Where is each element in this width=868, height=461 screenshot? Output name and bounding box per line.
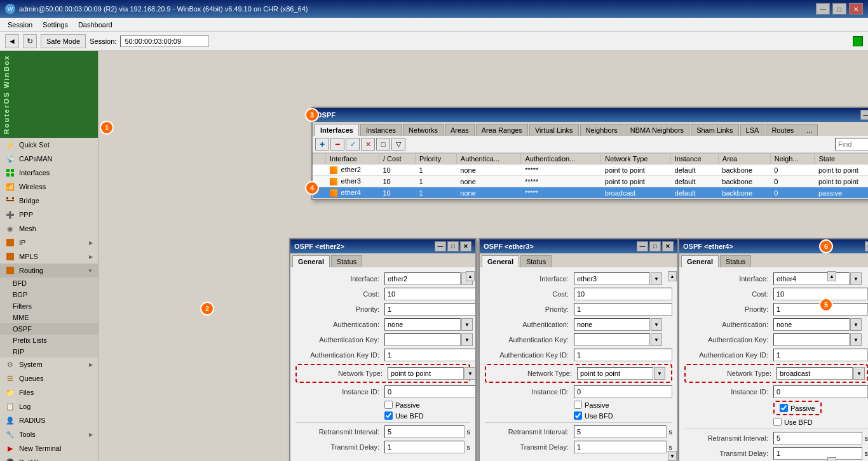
safe-mode-button[interactable]: Safe Mode	[41, 34, 86, 48]
ether4-scroll-up[interactable]: ▲	[827, 271, 836, 281]
ether4-authkey-input[interactable]	[773, 333, 850, 346]
ether2-transmit-input[interactable]	[384, 441, 465, 453]
tab-areas[interactable]: Areas	[445, 124, 475, 136]
sidebar-item-mpls[interactable]: MPLS ▶	[0, 250, 98, 264]
ether4-usebfd-checkbox[interactable]	[773, 418, 782, 426]
ether2-nettype-input[interactable]	[388, 367, 464, 380]
col-network-type[interactable]: Network Type	[601, 154, 671, 164]
ether2-usebfd-checkbox[interactable]	[384, 411, 393, 420]
back-button[interactable]: ◄	[5, 34, 19, 48]
ether4-tab-status[interactable]: Status	[720, 255, 751, 267]
table-row[interactable]: ether3 10 1 none ***** point to point de…	[313, 176, 869, 187]
tab-neighbors[interactable]: Neighbors	[580, 124, 623, 136]
ether2-minimize-btn[interactable]: —	[435, 241, 446, 251]
sidebar-item-quick-set[interactable]: ⚡ Quick Set	[0, 138, 98, 152]
tab-networks[interactable]: Networks	[403, 124, 444, 136]
sidebar-item-capsman[interactable]: 📡 CAPsMAN	[0, 152, 98, 166]
col-auth-key[interactable]: Authentication...	[521, 154, 601, 164]
check-button[interactable]: ✓	[346, 138, 360, 150]
ether3-instanceid-input[interactable]	[574, 385, 672, 398]
ether4-interface-input[interactable]	[773, 272, 850, 285]
ether2-interface-input[interactable]	[384, 272, 461, 285]
ether3-authkey-input[interactable]	[574, 333, 650, 346]
tab-more[interactable]: ...	[801, 124, 818, 136]
ether4-instanceid-input[interactable]	[773, 385, 868, 398]
col-cost[interactable]: / Cost	[379, 154, 415, 164]
sidebar-item-dot1x[interactable]: ⚫ Dot1X	[0, 455, 98, 461]
sidebar-item-radius[interactable]: 👤 RADIUS	[0, 413, 98, 427]
ether3-interface-input[interactable]	[574, 272, 650, 285]
sidebar-item-system[interactable]: ⚙ System ▶	[0, 357, 98, 371]
ether3-nettype-dropdown[interactable]: ▼	[654, 367, 665, 380]
ether3-priority-input[interactable]	[574, 303, 672, 316]
ether2-retransmit-input[interactable]	[384, 425, 465, 438]
ether4-auth-dropdown[interactable]: ▼	[850, 318, 862, 331]
ether2-auth-input[interactable]	[384, 318, 461, 331]
col-area[interactable]: Area	[718, 154, 770, 164]
col-neighbors[interactable]: Neigh...	[770, 154, 815, 164]
sidebar-item-rip[interactable]: RIP	[0, 346, 98, 357]
ether4-passive-checkbox[interactable]	[780, 404, 788, 412]
tab-area-ranges[interactable]: Area Ranges	[476, 124, 528, 136]
sidebar-item-ip[interactable]: IP ▶	[0, 236, 98, 250]
ether4-scroll-down[interactable]: ▼	[827, 457, 836, 461]
ether4-interface-dropdown[interactable]: ▼	[850, 272, 862, 285]
table-row[interactable]: ether2 10 1 none ***** point to point de…	[313, 164, 869, 176]
tab-routes[interactable]: Routes	[766, 124, 799, 136]
tab-virtual-links[interactable]: Virtual Links	[529, 124, 579, 136]
ether3-auth-dropdown[interactable]: ▼	[651, 318, 662, 331]
col-state[interactable]: State	[815, 154, 868, 164]
maximize-button[interactable]: □	[832, 3, 846, 15]
remove-button[interactable]: −	[330, 138, 344, 150]
ether4-authkey-dropdown[interactable]: ▼	[850, 333, 862, 346]
sidebar-item-mesh[interactable]: ◉ Mesh	[0, 222, 98, 236]
ether3-nettype-input[interactable]	[577, 367, 653, 380]
ether3-authkeyid-input[interactable]	[574, 349, 672, 361]
menu-settings[interactable]: Settings	[37, 20, 73, 30]
sidebar-item-queues[interactable]: ☰ Queues	[0, 371, 98, 385]
refresh-button[interactable]: ↻	[23, 34, 37, 48]
sidebar-item-files[interactable]: 📁 Files	[0, 385, 98, 399]
col-instance[interactable]: Instance	[671, 154, 719, 164]
table-row-selected[interactable]: P ether4 10 1 none ***** broadcast defau…	[313, 187, 869, 199]
sidebar-item-filters[interactable]: Filters	[0, 300, 98, 312]
col-priority[interactable]: Priority	[416, 154, 457, 164]
ether3-passive-checkbox[interactable]	[574, 401, 582, 409]
tab-sham-links[interactable]: Sham Links	[691, 124, 738, 136]
sidebar-item-prefix-lists[interactable]: Prefix Lists	[0, 335, 98, 346]
ether4-minimize-btn[interactable]: —	[865, 241, 868, 251]
sidebar-item-ppp[interactable]: ➕ PPP	[0, 208, 98, 222]
sidebar-item-bfd[interactable]: BFD	[0, 277, 98, 289]
ether3-interface-dropdown[interactable]: ▼	[651, 272, 662, 285]
ether4-nettype-dropdown[interactable]: ▼	[853, 367, 865, 380]
ether3-retransmit-input[interactable]	[574, 425, 667, 438]
ether3-auth-input[interactable]	[574, 318, 650, 331]
sidebar-item-tools[interactable]: 🔧 Tools ▶	[0, 427, 98, 441]
ether3-scroll-down[interactable]: ▼	[668, 451, 677, 461]
menu-dashboard[interactable]: Dashboard	[73, 20, 118, 30]
tab-lsa[interactable]: LSA	[740, 124, 765, 136]
ether3-maximize-btn[interactable]: □	[649, 241, 661, 251]
tab-interfaces[interactable]: Interfaces	[315, 124, 359, 136]
add-button[interactable]: +	[315, 138, 329, 150]
menu-session[interactable]: Session	[3, 20, 37, 30]
ether3-close-btn[interactable]: ✕	[662, 241, 674, 251]
ether2-priority-input[interactable]	[384, 303, 475, 316]
ether3-scroll-up[interactable]: ▲	[668, 271, 677, 281]
ether2-authkeyid-input[interactable]	[384, 349, 475, 361]
ether2-authkey-input[interactable]	[384, 333, 461, 346]
close-button[interactable]: ✕	[849, 3, 863, 15]
tab-nbma-neighbors[interactable]: NBMA Neighbors	[625, 124, 689, 136]
minimize-button[interactable]: —	[816, 3, 830, 15]
sidebar-item-new-terminal[interactable]: ▶ New Terminal	[0, 441, 98, 455]
ether2-scroll-up[interactable]: ▲	[466, 271, 475, 281]
ospf-minimize-btn[interactable]: —	[860, 110, 868, 120]
ether4-tab-general[interactable]: General	[681, 255, 719, 267]
sidebar-item-ospf[interactable]: OSPF	[0, 323, 98, 335]
filter-button[interactable]: ▽	[391, 138, 405, 150]
ether3-authkey-dropdown[interactable]: ▼	[651, 333, 662, 346]
ether3-tab-general[interactable]: General	[482, 255, 519, 267]
sidebar-item-interfaces[interactable]: Interfaces	[0, 166, 98, 180]
ether4-transmit-input[interactable]	[773, 447, 862, 460]
ether3-tab-status[interactable]: Status	[520, 255, 552, 267]
